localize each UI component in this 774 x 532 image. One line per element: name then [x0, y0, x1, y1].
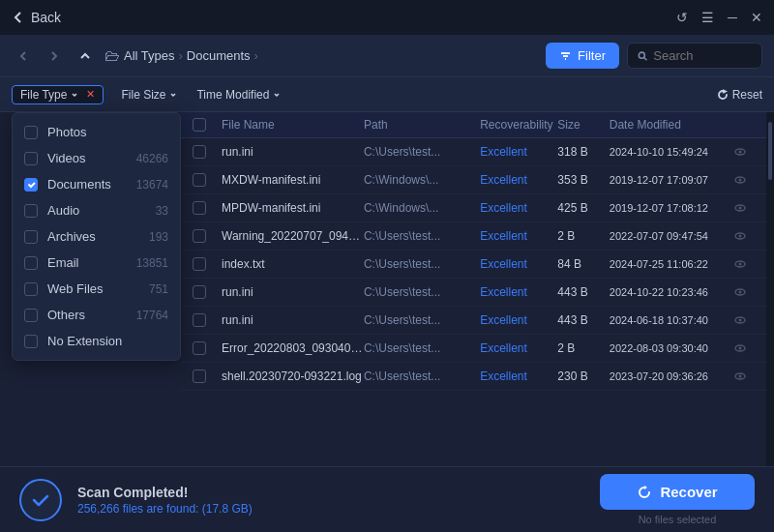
table-row[interactable]: run.ini C:\Users\test... Excellent 318 B… — [181, 138, 766, 166]
row-eye-0[interactable] — [726, 145, 755, 159]
row-eye-8[interactable] — [726, 369, 755, 383]
file-type-filter[interactable]: File Type ✕ — [12, 85, 104, 104]
filter-button[interactable]: Filter — [546, 43, 619, 69]
row-filename-0: run.ini — [222, 145, 364, 159]
filetype-checkbox-archives[interactable] — [24, 230, 38, 244]
excellent-badge-6: Excellent — [480, 313, 527, 327]
row-checkbox-8[interactable] — [193, 369, 206, 383]
svg-point-16 — [739, 291, 742, 294]
row-size-0: 318 B — [557, 145, 609, 159]
row-checkbox-6[interactable] — [193, 313, 206, 327]
row-eye-5[interactable] — [726, 285, 755, 299]
row-size-1: 353 B — [557, 173, 609, 187]
recover-button[interactable]: Recover — [600, 474, 755, 510]
excellent-badge-4: Excellent — [480, 257, 527, 271]
filetype-item-archives[interactable]: Archives193 — [13, 223, 180, 250]
filetype-item-audio[interactable]: Audio33 — [13, 197, 180, 223]
filetype-item-documents[interactable]: Documents13674 — [13, 171, 180, 197]
filetype-checkbox-no extension[interactable] — [24, 335, 38, 348]
row-recoverability-0: Excellent — [480, 145, 557, 159]
search-box[interactable] — [627, 43, 762, 69]
row-recoverability-5: Excellent — [480, 285, 557, 299]
row-checkbox-3[interactable] — [193, 229, 206, 243]
close-icon[interactable]: ✕ — [751, 10, 762, 25]
svg-point-18 — [739, 319, 742, 322]
nav-bar: 🗁 All Types › Documents › Filter — [0, 35, 774, 77]
menu-icon[interactable]: ☰ — [701, 10, 714, 25]
filetype-item-others[interactable]: Others17764 — [13, 302, 180, 328]
row-size-5: 443 B — [557, 285, 609, 299]
scrollbar[interactable] — [766, 112, 774, 466]
filetype-count-videos: 46266 — [136, 152, 168, 165]
filetype-checkbox-videos[interactable] — [24, 152, 38, 165]
header-checkbox[interactable] — [193, 118, 206, 132]
filetype-count-email: 13851 — [136, 256, 168, 270]
nav-up-arrow[interactable] — [74, 44, 97, 68]
filter-label: Filter — [578, 48, 606, 63]
nav-forward-arrow[interactable] — [43, 44, 66, 68]
excellent-badge-7: Excellent — [480, 341, 527, 355]
path-documents[interactable]: Documents — [187, 48, 251, 63]
row-checkbox-0[interactable] — [193, 145, 206, 159]
main-area: PhotosVideos46266Documents13674Audio33Ar… — [0, 112, 774, 466]
row-checkbox-7[interactable] — [193, 341, 206, 355]
row-checkbox-4[interactable] — [193, 257, 206, 271]
filetype-item-no-extension[interactable]: No Extension — [13, 328, 180, 354]
minimize-icon[interactable]: ─ — [728, 10, 737, 25]
file-type-close[interactable]: ✕ — [86, 88, 95, 101]
row-eye-6[interactable] — [726, 313, 755, 327]
row-eye-2[interactable] — [726, 201, 755, 215]
row-eye-3[interactable] — [726, 229, 755, 243]
filetype-checkbox-audio[interactable] — [24, 204, 38, 218]
row-eye-4[interactable] — [726, 257, 755, 271]
table-row[interactable]: MXDW-manifest.ini C:\Windows\... Excelle… — [181, 166, 766, 194]
time-modified-sort[interactable]: Time Modified — [187, 84, 290, 105]
filetype-item-videos[interactable]: Videos46266 — [13, 145, 180, 171]
search-input[interactable] — [653, 48, 752, 63]
filetype-item-email[interactable]: Email13851 — [13, 250, 180, 276]
row-recoverability-3: Excellent — [480, 229, 557, 243]
row-checkbox-5[interactable] — [193, 285, 206, 299]
back-button[interactable]: Back — [12, 10, 61, 25]
filetype-label-videos: Videos — [47, 151, 86, 165]
row-recoverability-7: Excellent — [480, 341, 557, 355]
table-row[interactable]: Warning_20220707_0947... C:\Users\test..… — [181, 222, 766, 251]
row-size-3: 2 B — [557, 229, 609, 243]
row-path-4: C:\Users\test... — [364, 257, 480, 271]
table-row[interactable]: MPDW-manifest.ini C:\Windows\... Excelle… — [181, 194, 766, 222]
table-row[interactable]: index.txt C:\Users\test... Excellent 84 … — [181, 251, 766, 279]
filetype-item-web-files[interactable]: Web Files751 — [13, 276, 180, 302]
table-row[interactable]: Error_20220803_093040.t... C:\Users\test… — [181, 335, 766, 363]
header-date: Date Modified — [610, 118, 726, 132]
table-row[interactable]: run.ini C:\Users\test... Excellent 443 B… — [181, 279, 766, 307]
excellent-badge-2: Excellent — [480, 201, 527, 215]
filetype-checkbox-photos[interactable] — [24, 126, 38, 139]
scrollbar-thumb[interactable] — [768, 122, 772, 180]
path-all-types[interactable]: All Types — [124, 48, 175, 63]
file-size-sort[interactable]: File Size — [111, 84, 187, 105]
filetype-checkbox-email[interactable] — [24, 256, 38, 270]
row-eye-7[interactable] — [726, 341, 755, 355]
filetype-item-photos[interactable]: Photos — [13, 119, 180, 145]
row-checkbox-col — [193, 173, 222, 187]
window-controls: ↺ ☰ ─ ✕ — [676, 10, 762, 25]
row-checkbox-col — [193, 201, 222, 215]
row-date-3: 2022-07-07 09:47:54 — [610, 230, 726, 242]
row-eye-1[interactable] — [726, 173, 755, 187]
refresh-icon[interactable]: ↺ — [676, 10, 688, 25]
row-checkbox-col — [193, 313, 222, 327]
filetype-checkbox-web files[interactable] — [24, 282, 38, 296]
reset-label: Reset — [732, 88, 762, 102]
row-date-1: 2019-12-07 17:09:07 — [610, 174, 726, 186]
table-row[interactable]: shell.20230720-093221.log C:\Users\test.… — [181, 363, 766, 391]
nav-back-arrow[interactable] — [12, 44, 35, 68]
filetype-checkbox-documents[interactable] — [24, 178, 38, 192]
filetype-checkbox-others[interactable] — [24, 309, 38, 322]
row-path-8: C:\Users\test... — [364, 369, 480, 383]
row-filename-3: Warning_20220707_0947... — [222, 229, 364, 243]
row-checkbox-1[interactable] — [193, 173, 206, 187]
row-path-7: C:\Users\test... — [364, 341, 480, 355]
row-checkbox-2[interactable] — [193, 201, 206, 215]
table-row[interactable]: run.ini C:\Users\test... Excellent 443 B… — [181, 307, 766, 335]
reset-button[interactable]: Reset — [717, 88, 762, 102]
